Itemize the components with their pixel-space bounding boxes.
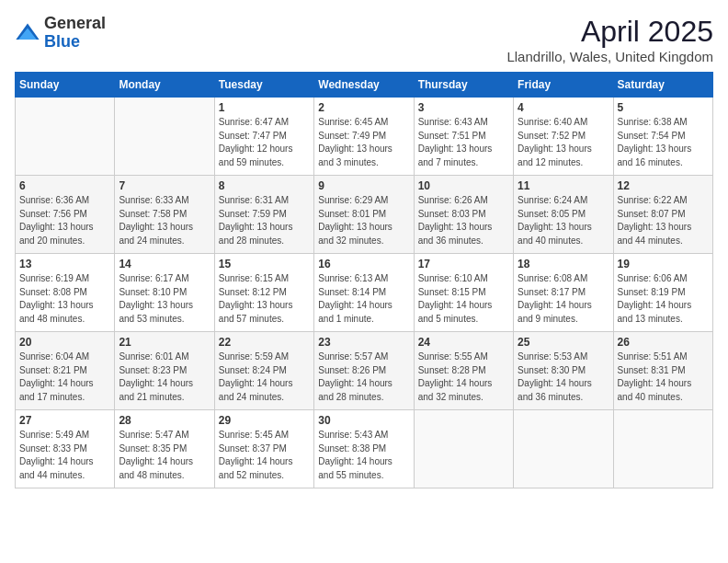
calendar-cell: 23Sunrise: 5:57 AM Sunset: 8:26 PM Dayli… (314, 332, 414, 410)
week-row-1: 1Sunrise: 6:47 AM Sunset: 7:47 PM Daylig… (16, 98, 713, 176)
title-area: April 2025 Llandrillo, Wales, United Kin… (506, 15, 713, 64)
day-detail: Sunrise: 5:47 AM Sunset: 8:35 PM Dayligh… (119, 429, 210, 482)
day-number: 12 (618, 179, 709, 192)
day-detail: Sunrise: 6:29 AM Sunset: 8:01 PM Dayligh… (318, 194, 409, 247)
day-detail: Sunrise: 6:22 AM Sunset: 8:07 PM Dayligh… (618, 194, 709, 247)
day-number: 25 (518, 336, 609, 349)
calendar-cell (514, 410, 613, 488)
day-number: 24 (418, 336, 509, 349)
calendar-cell: 10Sunrise: 6:26 AM Sunset: 8:03 PM Dayli… (414, 176, 513, 254)
day-number: 3 (418, 101, 509, 114)
logo-icon (15, 20, 40, 46)
week-row-4: 20Sunrise: 6:04 AM Sunset: 8:21 PM Dayli… (16, 332, 713, 410)
calendar-cell: 17Sunrise: 6:10 AM Sunset: 8:15 PM Dayli… (414, 254, 513, 332)
header: General Blue April 2025 Llandrillo, Wale… (15, 15, 713, 64)
day-number: 22 (219, 336, 310, 349)
day-detail: Sunrise: 5:55 AM Sunset: 8:28 PM Dayligh… (418, 350, 509, 404)
calendar-cell (613, 410, 712, 488)
day-number: 23 (318, 336, 409, 349)
calendar-cell: 30Sunrise: 5:43 AM Sunset: 8:38 PM Dayli… (314, 410, 414, 488)
calendar-cell: 21Sunrise: 6:01 AM Sunset: 8:23 PM Dayli… (115, 332, 214, 410)
calendar-cell: 4Sunrise: 6:40 AM Sunset: 7:52 PM Daylig… (514, 98, 613, 176)
day-detail: Sunrise: 6:15 AM Sunset: 8:12 PM Dayligh… (219, 272, 310, 326)
weekday-header-row: SundayMondayTuesdayWednesdayThursdayFrid… (16, 73, 713, 98)
calendar-cell: 25Sunrise: 5:53 AM Sunset: 8:30 PM Dayli… (514, 332, 613, 410)
calendar-cell: 2Sunrise: 6:45 AM Sunset: 7:49 PM Daylig… (314, 98, 414, 176)
calendar-cell: 12Sunrise: 6:22 AM Sunset: 8:07 PM Dayli… (613, 176, 712, 254)
logo-text: General Blue (44, 15, 106, 52)
calendar-cell: 26Sunrise: 5:51 AM Sunset: 8:31 PM Dayli… (613, 332, 712, 410)
day-detail: Sunrise: 6:10 AM Sunset: 8:15 PM Dayligh… (418, 272, 509, 326)
calendar-cell: 22Sunrise: 5:59 AM Sunset: 8:24 PM Dayli… (214, 332, 313, 410)
day-number: 18 (518, 258, 609, 270)
day-number: 29 (219, 414, 310, 427)
week-row-5: 27Sunrise: 5:49 AM Sunset: 8:33 PM Dayli… (16, 410, 713, 488)
day-number: 14 (119, 258, 210, 270)
day-detail: Sunrise: 6:33 AM Sunset: 7:58 PM Dayligh… (119, 194, 210, 247)
day-detail: Sunrise: 6:45 AM Sunset: 7:49 PM Dayligh… (318, 116, 409, 169)
day-detail: Sunrise: 5:43 AM Sunset: 8:38 PM Dayligh… (318, 429, 409, 482)
calendar-cell: 28Sunrise: 5:47 AM Sunset: 8:35 PM Dayli… (115, 410, 214, 488)
logo-blue-text: Blue (44, 32, 80, 51)
day-number: 10 (418, 179, 509, 192)
day-detail: Sunrise: 6:26 AM Sunset: 8:03 PM Dayligh… (418, 194, 509, 247)
calendar-cell: 24Sunrise: 5:55 AM Sunset: 8:28 PM Dayli… (414, 332, 513, 410)
weekday-header-wednesday: Wednesday (314, 73, 414, 98)
day-number: 20 (19, 336, 110, 349)
day-number: 26 (618, 336, 709, 349)
day-number: 8 (219, 179, 310, 192)
day-number: 15 (219, 258, 310, 270)
calendar-cell: 14Sunrise: 6:17 AM Sunset: 8:10 PM Dayli… (115, 254, 214, 332)
day-number: 16 (318, 258, 409, 270)
day-number: 13 (19, 258, 110, 270)
calendar-cell: 6Sunrise: 6:36 AM Sunset: 7:56 PM Daylig… (16, 176, 115, 254)
calendar-table: SundayMondayTuesdayWednesdayThursdayFrid… (15, 72, 713, 488)
day-detail: Sunrise: 5:51 AM Sunset: 8:31 PM Dayligh… (618, 350, 709, 404)
day-detail: Sunrise: 6:31 AM Sunset: 7:59 PM Dayligh… (219, 194, 310, 247)
calendar-cell: 16Sunrise: 6:13 AM Sunset: 8:14 PM Dayli… (314, 254, 414, 332)
day-detail: Sunrise: 6:38 AM Sunset: 7:54 PM Dayligh… (618, 116, 709, 169)
calendar-cell: 11Sunrise: 6:24 AM Sunset: 8:05 PM Dayli… (514, 176, 613, 254)
calendar-cell (414, 410, 513, 488)
day-detail: Sunrise: 6:24 AM Sunset: 8:05 PM Dayligh… (518, 194, 609, 247)
calendar-cell (16, 98, 115, 176)
calendar-cell: 19Sunrise: 6:06 AM Sunset: 8:19 PM Dayli… (613, 254, 712, 332)
weekday-header-monday: Monday (115, 73, 214, 98)
day-number: 2 (318, 101, 409, 114)
calendar-cell: 20Sunrise: 6:04 AM Sunset: 8:21 PM Dayli… (16, 332, 115, 410)
day-number: 5 (618, 101, 709, 114)
calendar-cell: 5Sunrise: 6:38 AM Sunset: 7:54 PM Daylig… (613, 98, 712, 176)
logo-general-text: General (44, 14, 106, 32)
calendar-cell: 8Sunrise: 6:31 AM Sunset: 7:59 PM Daylig… (214, 176, 313, 254)
day-detail: Sunrise: 5:49 AM Sunset: 8:33 PM Dayligh… (19, 429, 110, 482)
calendar-cell (115, 98, 214, 176)
week-row-3: 13Sunrise: 6:19 AM Sunset: 8:08 PM Dayli… (16, 254, 713, 332)
calendar-cell: 15Sunrise: 6:15 AM Sunset: 8:12 PM Dayli… (214, 254, 313, 332)
weekday-header-saturday: Saturday (613, 73, 712, 98)
day-number: 9 (318, 179, 409, 192)
location-subtitle: Llandrillo, Wales, United Kingdom (506, 49, 713, 64)
day-detail: Sunrise: 5:45 AM Sunset: 8:37 PM Dayligh… (219, 429, 310, 482)
day-detail: Sunrise: 5:59 AM Sunset: 8:24 PM Dayligh… (219, 350, 310, 404)
day-detail: Sunrise: 6:04 AM Sunset: 8:21 PM Dayligh… (19, 350, 110, 404)
day-detail: Sunrise: 5:57 AM Sunset: 8:26 PM Dayligh… (318, 350, 409, 404)
month-year-title: April 2025 (506, 15, 713, 49)
week-row-2: 6Sunrise: 6:36 AM Sunset: 7:56 PM Daylig… (16, 176, 713, 254)
weekday-header-thursday: Thursday (414, 73, 513, 98)
day-detail: Sunrise: 6:40 AM Sunset: 7:52 PM Dayligh… (518, 116, 609, 169)
day-detail: Sunrise: 6:17 AM Sunset: 8:10 PM Dayligh… (119, 272, 210, 326)
day-detail: Sunrise: 5:53 AM Sunset: 8:30 PM Dayligh… (518, 350, 609, 404)
day-number: 21 (119, 336, 210, 349)
day-detail: Sunrise: 6:13 AM Sunset: 8:14 PM Dayligh… (318, 272, 409, 326)
calendar-cell: 13Sunrise: 6:19 AM Sunset: 8:08 PM Dayli… (16, 254, 115, 332)
day-number: 6 (19, 179, 110, 192)
day-number: 1 (219, 101, 310, 114)
day-detail: Sunrise: 6:08 AM Sunset: 8:17 PM Dayligh… (518, 272, 609, 326)
logo: General Blue (15, 15, 106, 52)
day-detail: Sunrise: 6:43 AM Sunset: 7:51 PM Dayligh… (418, 116, 509, 169)
day-detail: Sunrise: 6:36 AM Sunset: 7:56 PM Dayligh… (19, 194, 110, 247)
day-number: 4 (518, 101, 609, 114)
day-detail: Sunrise: 6:19 AM Sunset: 8:08 PM Dayligh… (19, 272, 110, 326)
calendar-cell: 9Sunrise: 6:29 AM Sunset: 8:01 PM Daylig… (314, 176, 414, 254)
calendar-cell: 3Sunrise: 6:43 AM Sunset: 7:51 PM Daylig… (414, 98, 513, 176)
